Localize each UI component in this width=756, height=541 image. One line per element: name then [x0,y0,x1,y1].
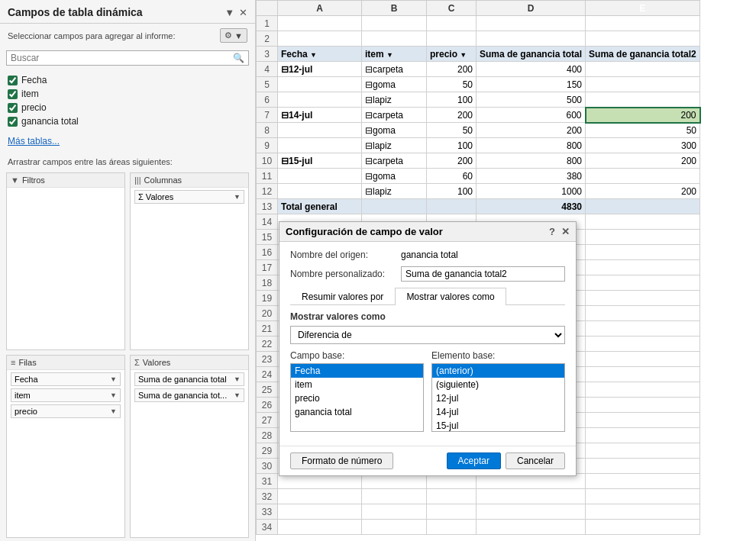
filas-fecha-arrow: ▼ [110,375,117,383]
campo-elemento-row: Campo base: Fecha item precio ganancia t… [290,350,565,432]
tab-mostrar[interactable]: Mostrar valores como [395,288,506,305]
valores-item-ganancia2[interactable]: Suma de ganancia tot... ▼ [134,388,244,402]
filas-precio-arrow: ▼ [110,407,117,415]
filas-item-precio[interactable]: precio ▼ [11,404,121,418]
filas-item-arrow: ▼ [110,391,117,399]
campo-base-box: Campo base: Fecha item precio ganancia t… [290,350,424,432]
field-label-fecha: Fecha [21,75,47,85]
field-checkbox-ganancia[interactable] [8,117,18,127]
campo-item-ganancia[interactable]: ganancia total [291,405,423,419]
dialog-nombre-origen-label: Nombre del origen: [290,250,401,260]
panel-header: Campos de tabla dinámica ▼ ✕ [0,0,255,24]
dialog-body: Nombre del origen: ganancia total Nombre… [279,242,576,446]
close-icon[interactable]: ✕ [239,7,247,18]
valores-ganancia1-label: Suma de ganancia total [138,375,227,384]
panel-subtitle: Seleccionar campos para agregar al infor… [0,24,255,47]
value-field-dialog: Configuración de campo de valor ? ✕ Nomb… [279,221,577,476]
columns-icon: ||| [134,176,141,185]
field-checkbox-precio[interactable] [8,103,18,113]
panel-header-icons: ▼ ✕ [225,7,247,18]
dialog-nombre-personalizado-label: Nombre personalizado: [290,269,401,279]
area-columnas-items: Σ Valores ▼ [131,188,248,206]
tab-resumir[interactable]: Resumir valores por [290,288,395,305]
dialog-titlebar: Configuración de campo de valor ? ✕ [279,222,576,242]
formato-numero-button[interactable]: Formato de número [290,452,393,469]
area-filas-header: ≡ Filas [7,356,124,370]
filas-fecha-label: Fecha [15,375,38,384]
sigma-icon: Σ [134,358,140,367]
dialog-nombre-origen-value: ganancia total [401,250,458,260]
diferencia-select[interactable]: Diferencia de [290,326,565,344]
dialog-action-buttons: Aceptar Cancelar [447,452,565,469]
pivot-panel: Campos de tabla dinámica ▼ ✕ Seleccionar… [0,0,256,541]
campo-base-list[interactable]: Fecha item precio ganancia total [290,363,424,432]
filas-item-label: item [15,391,31,400]
filas-precio-label: precio [15,407,37,416]
cancelar-button[interactable]: Cancelar [506,452,565,469]
filas-item-item[interactable]: item ▼ [11,388,121,402]
search-icon: 🔍 [233,53,244,63]
field-label-ganancia: ganancia total [21,116,79,127]
search-input[interactable] [11,53,233,63]
drag-label: Arrastrar campos entre las áreas siguien… [0,151,255,169]
area-valores-items: Suma de ganancia total ▼ Suma de gananci… [131,370,248,404]
mostrar-section: Mostrar valores como Diferencia de [290,311,565,344]
columnas-item-valores-label: Σ Valores [138,192,173,201]
area-valores-label: Valores [143,358,170,367]
filas-item-fecha[interactable]: Fecha ▼ [11,372,121,386]
spreadsheet-panel: A B C D E 1 2 [256,0,756,541]
dialog-nombre-personalizado-row: Nombre personalizado: [290,266,565,282]
field-list: Fecha item precio ganancia total [0,69,255,133]
search-box[interactable]: 🔍 [6,50,249,66]
elemento-base-box: Elemento base: (anterior) (siguiente) 12… [431,350,565,432]
area-filtros: ▼ Filtros [6,172,125,350]
area-columnas: ||| Columnas Σ Valores ▼ [130,172,249,350]
area-columnas-header: ||| Columnas [131,173,248,188]
valores-ganancia1-arrow: ▼ [234,375,241,383]
field-item-precio: precio [8,101,247,114]
field-item-item: item [8,87,247,101]
field-checkbox-fecha[interactable] [8,76,18,85]
campo-item-item[interactable]: item [291,378,423,391]
area-filtros-items [7,188,124,192]
panel-title: Campos de tabla dinámica [8,6,143,18]
dialog-help-icon[interactable]: ? [549,226,555,237]
gear-icon: ⚙ [225,31,232,40]
dialog-overlay: Configuración de campo de valor ? ✕ Nomb… [256,0,756,541]
dialog-nombre-origen-row: Nombre del origen: ganancia total [290,250,565,260]
elemento-item-15jul[interactable]: 15-jul [432,419,564,432]
field-item-ganancia: ganancia total [8,114,247,128]
elemento-item-14jul[interactable]: 14-jul [432,405,564,419]
gear-dropdown-arrow: ▼ [234,31,243,40]
field-label-item: item [21,89,39,99]
dialog-nombre-personalizado-input[interactable] [401,266,565,282]
dialog-tabs: Resumir valores por Mostrar valores como [290,288,565,305]
aceptar-button[interactable]: Aceptar [447,452,501,469]
elemento-item-siguiente[interactable]: (siguiente) [432,378,564,391]
area-filtros-header: ▼ Filtros [7,173,124,188]
field-item-fecha: Fecha [8,73,247,87]
dropdown-icon[interactable]: ▼ [225,7,234,18]
dialog-close-icon[interactable]: ✕ [561,226,570,237]
area-filas: ≡ Filas Fecha ▼ item ▼ precio ▼ [6,355,125,538]
dialog-footer: Formato de número Aceptar Cancelar [279,446,576,475]
columnas-item-valores[interactable]: Σ Valores ▼ [134,190,244,204]
elemento-base-label: Elemento base: [431,350,565,361]
area-columnas-label: Columnas [144,176,183,185]
gear-button[interactable]: ⚙ ▼ [220,28,247,43]
area-item-arrow: ▼ [234,193,241,201]
field-label-precio: precio [21,102,47,113]
elemento-base-list[interactable]: (anterior) (siguiente) 12-jul 14-jul 15-… [431,363,565,432]
area-valores: Σ Valores Suma de ganancia total ▼ Suma … [130,355,249,538]
elemento-item-anterior[interactable]: (anterior) [432,364,564,378]
elemento-item-12jul[interactable]: 12-jul [432,391,564,405]
area-filas-items: Fecha ▼ item ▼ precio ▼ [7,370,124,420]
field-checkbox-item[interactable] [8,89,18,99]
campo-item-fecha[interactable]: Fecha [291,364,423,378]
valores-item-ganancia1[interactable]: Suma de ganancia total ▼ [134,372,244,386]
campo-item-precio[interactable]: precio [291,391,423,405]
mas-tablas-link[interactable]: Más tablas... [0,133,255,151]
rows-icon: ≡ [11,358,15,367]
area-filtros-label: Filtros [22,176,45,185]
area-valores-header: Σ Valores [131,356,248,370]
